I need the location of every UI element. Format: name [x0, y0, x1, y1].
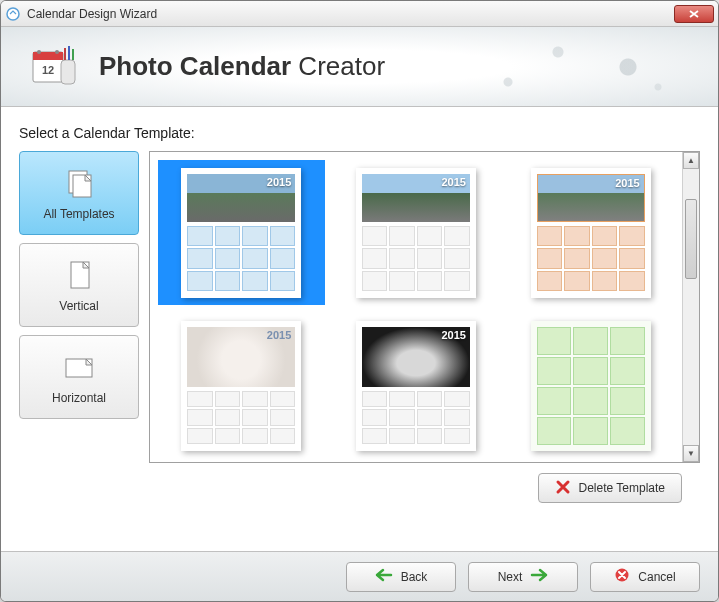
template-thumbnail: 2015	[181, 321, 301, 451]
body: Select a Calendar Template: All Template…	[1, 107, 718, 503]
thumbnail-photo: 2015	[362, 327, 470, 387]
app-icon	[5, 6, 21, 22]
button-label: Back	[401, 570, 428, 584]
arrow-right-icon	[530, 568, 548, 585]
scroll-up-button[interactable]: ▲	[683, 152, 699, 169]
action-row: Delete Template	[19, 463, 700, 503]
template-thumbnail: 2015	[531, 168, 651, 298]
template-item[interactable]	[507, 313, 674, 458]
arrow-left-icon	[375, 568, 393, 585]
titlebar: Calendar Design Wizard	[1, 1, 718, 27]
category-label: Horizontal	[52, 391, 106, 405]
button-label: Cancel	[638, 570, 675, 584]
category-all-templates[interactable]: All Templates	[19, 151, 139, 235]
scroll-track[interactable]	[683, 169, 699, 445]
template-item[interactable]: 2015	[333, 313, 500, 458]
thumbnail-photo: 2015	[187, 174, 295, 222]
scrollbar: ▲ ▼	[682, 152, 699, 462]
header-title: Photo Calendar Creator	[99, 51, 385, 82]
window-title: Calendar Design Wizard	[27, 7, 674, 21]
template-item[interactable]: 2015	[333, 160, 500, 305]
template-thumbnail: 2015	[356, 168, 476, 298]
template-item[interactable]: 2015	[507, 160, 674, 305]
section-label: Select a Calendar Template:	[19, 125, 700, 141]
category-label: All Templates	[43, 207, 114, 221]
thumbnail-months	[537, 327, 645, 445]
wizard-window: Calendar Design Wizard 12 Photo Calendar…	[0, 0, 719, 602]
template-grid: 2015 2015	[150, 152, 682, 462]
button-label: Next	[498, 570, 523, 584]
template-thumbnail: 2015	[356, 321, 476, 451]
footer: Back Next Cancel	[1, 551, 718, 601]
thumbnail-months	[362, 226, 470, 292]
close-button[interactable]	[674, 5, 714, 23]
template-item[interactable]: 2015	[158, 160, 325, 305]
thumbnail-year: 2015	[267, 329, 291, 341]
thumbnail-photo: 2015	[187, 327, 295, 387]
pages-stack-icon	[61, 165, 97, 201]
page-portrait-icon	[61, 257, 97, 293]
back-button[interactable]: Back	[346, 562, 456, 592]
svg-text:12: 12	[42, 64, 54, 76]
delete-template-button[interactable]: Delete Template	[538, 473, 683, 503]
delete-x-icon	[555, 479, 571, 498]
template-panel: 2015 2015	[149, 151, 700, 463]
button-label: Delete Template	[579, 481, 666, 495]
thumbnail-photo: 2015	[537, 174, 645, 222]
category-label: Vertical	[59, 299, 98, 313]
category-sidebar: All Templates Vertical Horizontal	[19, 151, 139, 463]
thumbnail-year: 2015	[442, 329, 466, 341]
template-thumbnail: 2015	[181, 168, 301, 298]
header-title-bold: Photo Calendar	[99, 51, 291, 81]
svg-point-0	[7, 8, 19, 20]
calendar-logo-icon: 12	[31, 42, 81, 92]
header-title-light: Creator	[291, 51, 385, 81]
thumbnail-months	[362, 391, 470, 445]
thumbnail-photo: 2015	[362, 174, 470, 222]
cancel-button[interactable]: Cancel	[590, 562, 700, 592]
thumbnail-months	[537, 226, 645, 292]
svg-point-4	[55, 50, 59, 54]
scroll-down-button[interactable]: ▼	[683, 445, 699, 462]
header-banner: 12 Photo Calendar Creator	[1, 27, 718, 107]
content-row: All Templates Vertical Horizontal	[19, 151, 700, 463]
thumbnail-months	[187, 226, 295, 292]
page-landscape-icon	[61, 349, 97, 385]
template-item[interactable]: 2015	[158, 313, 325, 458]
thumbnail-year: 2015	[615, 177, 639, 189]
thumbnail-months	[187, 391, 295, 445]
scroll-thumb[interactable]	[685, 199, 697, 279]
cancel-x-icon	[614, 567, 630, 586]
template-thumbnail	[531, 321, 651, 451]
category-vertical[interactable]: Vertical	[19, 243, 139, 327]
svg-point-3	[37, 50, 41, 54]
svg-rect-6	[61, 60, 75, 84]
next-button[interactable]: Next	[468, 562, 578, 592]
category-horizontal[interactable]: Horizontal	[19, 335, 139, 419]
thumbnail-year: 2015	[442, 176, 466, 188]
thumbnail-year: 2015	[267, 176, 291, 188]
